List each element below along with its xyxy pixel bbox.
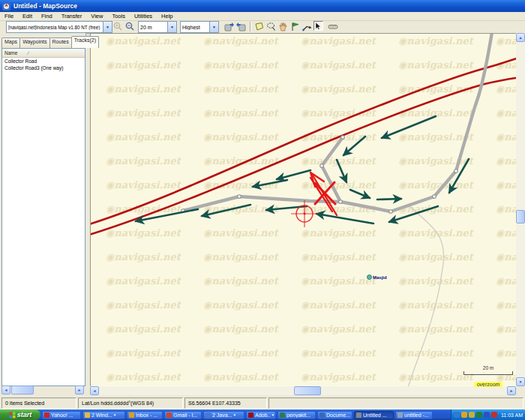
taskbar-task[interactable]: Untitled ... xyxy=(354,411,394,419)
polygon-select-icon xyxy=(254,22,264,32)
scrollbar-thumb[interactable] xyxy=(516,210,525,224)
magnifier-plus-icon xyxy=(113,22,123,32)
red-road-line xyxy=(91,55,517,224)
menu-item-view[interactable]: View xyxy=(86,13,107,20)
tracks-list-panel: Name ∕ Collector RoadCollector Road3 (On… xyxy=(2,48,86,386)
tray-icon[interactable] xyxy=(491,412,497,418)
tracks-list-rows: Collector RoadCollector Road3 (One way) xyxy=(2,58,85,71)
taskbar-task[interactable]: Docume... xyxy=(317,411,352,419)
taskbar-tasks: Yahoo! ...2 Wind...▾Inbox - ...Gmail - I… xyxy=(40,411,433,419)
task-label: Docume... xyxy=(326,412,350,418)
cursor-arrow-icon xyxy=(314,22,322,30)
detail-level-combobox[interactable]: Highest ▼ xyxy=(180,21,219,33)
map-canvas[interactable]: ◉navigasi.net◉navigasi.net◉navigasi.net◉… xyxy=(90,33,517,387)
taskbar-task[interactable]: Inbox - ... xyxy=(127,411,163,419)
map-select-tool-button[interactable] xyxy=(254,21,265,32)
tab-routes[interactable]: Routes xyxy=(50,38,72,48)
chevron-down-icon[interactable]: ▼ xyxy=(103,22,112,32)
zoom-scale-combobox[interactable]: 20 m ▼ xyxy=(138,21,177,33)
receive-device-icon xyxy=(236,22,246,32)
track-list-item[interactable]: Collector Road3 (One way) xyxy=(2,64,85,71)
zoom-in-button[interactable] xyxy=(112,21,124,32)
taskbar-task[interactable]: penyakit... xyxy=(278,411,316,419)
start-button[interactable]: start xyxy=(0,410,40,420)
tab-tracks-2-[interactable]: Tracks(2) xyxy=(71,36,99,48)
waypoint-tool-button[interactable] xyxy=(290,21,301,32)
measure-tool-button[interactable] xyxy=(327,21,338,32)
system-tray: 11:03 AM xyxy=(451,410,525,420)
chevron-down-icon: ▾ xyxy=(114,412,116,417)
taskbar-task[interactable]: 2 Wind...▾ xyxy=(82,411,125,419)
status-selection: 0 Items Selected xyxy=(2,398,76,409)
scroll-up-icon[interactable]: ▲ xyxy=(516,33,525,42)
task-app-icon xyxy=(320,412,325,418)
task-app-icon xyxy=(280,412,285,418)
status-bar: 0 Items Selected Lat/Lon hddd.ddddd°(WGS… xyxy=(0,395,525,410)
poi-masjid[interactable]: Masjid xyxy=(367,274,387,280)
tray-icon[interactable] xyxy=(454,412,460,418)
tab-waypoints[interactable]: Waypoints xyxy=(20,38,50,48)
chevron-down-icon[interactable]: ▼ xyxy=(209,22,218,32)
ruler-icon xyxy=(328,22,338,32)
chevron-down-icon[interactable]: ▼ xyxy=(167,22,176,32)
menu-item-tools[interactable]: Tools xyxy=(107,13,130,20)
tab-maps[interactable]: Maps xyxy=(2,38,20,48)
taskbar-task[interactable]: Adob...▾ xyxy=(246,411,276,419)
poi-marker-icon xyxy=(367,274,372,280)
status-position-format: Lat/Lon hddd.ddddd°(WGS 84) xyxy=(78,398,183,409)
send-device-icon xyxy=(224,22,234,32)
task-label: 2 Wind... xyxy=(92,412,112,418)
taskbar-clock: 11:03 AM xyxy=(501,412,523,418)
scroll-down-icon[interactable]: ▼ xyxy=(516,377,525,386)
tray-icon[interactable] xyxy=(461,412,467,418)
tracks-list-header-name[interactable]: Name ∕ xyxy=(2,49,85,58)
menu-item-edit[interactable]: Edit xyxy=(18,13,37,20)
sidebar-tabs: MapsWaypointsRoutesTracks(2) xyxy=(2,38,98,48)
menu-item-utilities[interactable]: Utilities xyxy=(130,13,157,20)
track-node xyxy=(389,210,393,214)
overzoom-badge: overzoom xyxy=(474,382,503,387)
task-label: untitled -... xyxy=(404,412,429,418)
route-tool-button[interactable] xyxy=(302,21,313,32)
menu-item-transfer[interactable]: Transfer xyxy=(57,13,87,20)
hand-tool-button[interactable] xyxy=(278,21,289,32)
taskbar-task[interactable]: untitled -... xyxy=(395,411,433,419)
map-horizontal-scrollbar[interactable]: ◄ ► xyxy=(90,386,516,395)
selection-tool-button[interactable] xyxy=(314,21,323,31)
title-bar[interactable]: Untitled - MapSource xyxy=(0,0,525,12)
tray-icon[interactable] xyxy=(469,412,475,418)
status-filler xyxy=(268,398,524,409)
task-label: 2 Java... xyxy=(212,412,232,418)
scroll-left-icon[interactable]: ◄ xyxy=(90,386,99,395)
magnifier-minus-icon xyxy=(125,22,135,32)
menu-item-file[interactable]: File xyxy=(0,13,18,20)
scrollbar-thumb[interactable] xyxy=(11,386,34,394)
taskbar-task[interactable]: 2 Java...▾ xyxy=(203,411,244,419)
direction-arrow xyxy=(377,199,401,200)
task-app-icon xyxy=(166,412,172,418)
tray-icon[interactable] xyxy=(476,412,482,418)
taskbar-task[interactable]: Yahoo! ... xyxy=(42,411,81,419)
send-to-device-button[interactable] xyxy=(224,21,235,32)
map-product-combobox[interactable]: [navigasi.net]Indonesia Map v1.80 NT (fr… xyxy=(6,21,112,33)
zoom-out-button[interactable] xyxy=(124,21,136,32)
menu-item-help[interactable]: Help xyxy=(157,13,177,20)
windows-flag-icon xyxy=(9,412,16,418)
sort-ascending-icon: ∕ xyxy=(28,50,28,56)
menu-item-find[interactable]: Find xyxy=(37,13,57,20)
track-list-item[interactable]: Collector Road xyxy=(2,58,85,64)
tray-icon[interactable] xyxy=(484,412,490,418)
task-label: Yahoo! ... xyxy=(51,412,73,418)
lasso-icon xyxy=(266,22,276,32)
scroll-left-icon[interactable]: ◄ xyxy=(2,386,10,394)
scrollbar-thumb[interactable] xyxy=(294,386,321,395)
zoom-tool-button[interactable] xyxy=(266,21,277,32)
main-toolbar: [navigasi.net]Indonesia Map v1.80 NT (fr… xyxy=(0,21,525,33)
task-app-icon xyxy=(248,412,254,418)
receive-from-device-button[interactable] xyxy=(236,21,247,32)
map-vertical-scrollbar[interactable]: ▲ ▼ xyxy=(516,33,525,386)
zoom-scale-value: 20 m xyxy=(139,25,167,30)
taskbar-task[interactable]: Gmail - I... xyxy=(164,411,202,419)
sidebar-horizontal-scrollbar[interactable]: ◄ ► xyxy=(2,386,84,394)
scroll-right-icon[interactable]: ► xyxy=(75,386,84,394)
